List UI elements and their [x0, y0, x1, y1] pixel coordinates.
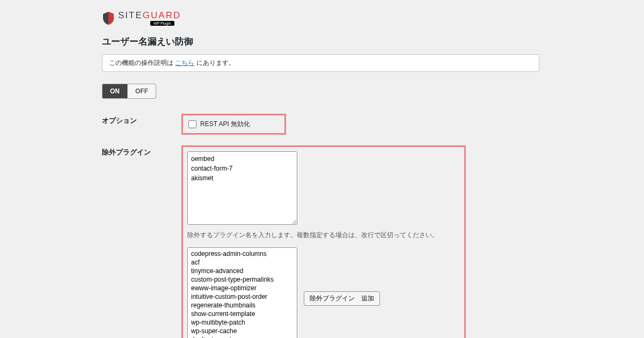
- plugin-option[interactable]: intuitive-custom-post-order: [190, 292, 295, 301]
- active-plugins-select[interactable]: codepress-admin-columnsacftinymce-advanc…: [187, 247, 297, 338]
- operation-notice: この機能の操作説明は こちら にあります。: [102, 54, 539, 72]
- plugin-option[interactable]: custom-post-type-permalinks: [190, 275, 295, 284]
- option-label: オプション: [102, 114, 181, 126]
- plugin-option[interactable]: duplicate-post: [190, 335, 295, 338]
- plugin-option[interactable]: tinymce-advanced: [190, 267, 295, 275]
- notice-suffix: にあります。: [194, 59, 235, 67]
- plugin-option[interactable]: wp-super-cache: [190, 327, 295, 335]
- add-exclude-plugin-button[interactable]: 除外プラグイン 追加: [304, 291, 380, 306]
- logo-main-text: SITEGUARD: [118, 11, 181, 20]
- exclude-plugins-box: 除外するプラグイン名を入力します。複数指定する場合は、改行で区切ってください。 …: [181, 145, 466, 338]
- page-title: ユーザー名漏えい防御: [102, 35, 539, 48]
- plugin-option[interactable]: regenerate-thumbnails: [190, 301, 295, 310]
- plugin-option[interactable]: show-current-template: [190, 310, 295, 318]
- plugin-option[interactable]: acf: [190, 258, 295, 267]
- toggle-on-button[interactable]: ON: [102, 84, 127, 99]
- plugin-option[interactable]: ewww-image-optimizer: [190, 284, 295, 292]
- plugin-option[interactable]: codepress-admin-columns: [190, 249, 295, 258]
- plugin-option[interactable]: wp-multibyte-patch: [190, 318, 295, 327]
- rest-api-option-box: REST API 無効化: [181, 114, 286, 135]
- logo-sub-badge: WP Plugin: [150, 21, 174, 26]
- notice-prefix: この機能の操作説明は: [109, 59, 175, 67]
- rest-api-checkbox[interactable]: [188, 120, 196, 128]
- shield-icon: [102, 11, 115, 25]
- exclude-textarea-helper: 除外するプラグイン名を入力します。複数指定する場合は、改行で区切ってください。: [187, 231, 459, 240]
- notice-link[interactable]: こちら: [175, 59, 194, 67]
- rest-api-checkbox-label[interactable]: REST API 無効化: [200, 120, 250, 129]
- toggle-off-button[interactable]: OFF: [127, 84, 156, 99]
- exclude-plugins-textarea[interactable]: [187, 151, 297, 225]
- on-off-toggle: ON OFF: [102, 84, 156, 99]
- exclude-plugin-label: 除外プラグイン: [102, 145, 181, 157]
- siteguard-logo: SITEGUARD WP Plugin: [102, 11, 539, 26]
